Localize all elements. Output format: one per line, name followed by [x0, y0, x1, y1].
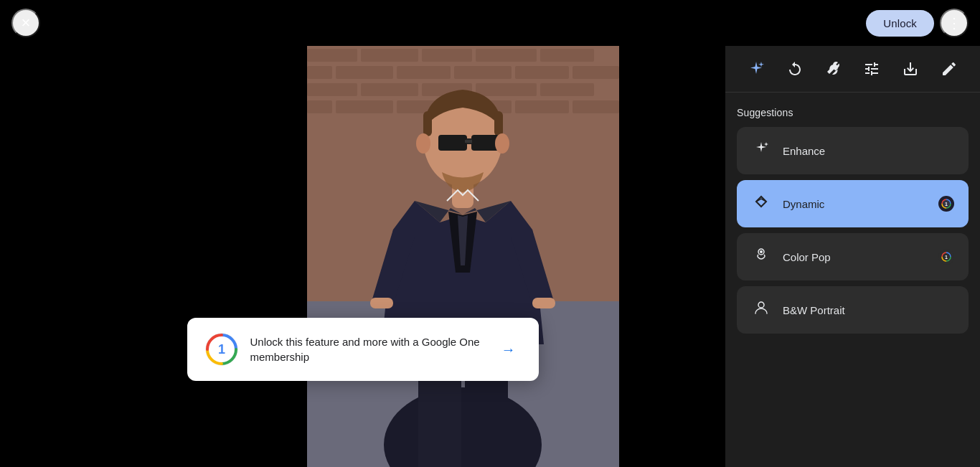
export-toolbar-icon[interactable] [896, 55, 925, 83]
color-pop-label: Color Pop [783, 251, 927, 263]
svg-rect-19 [307, 66, 332, 79]
suggestions-label: Suggestions [737, 107, 969, 118]
color-pop-badge: 1 [938, 249, 954, 265]
svg-rect-24 [573, 66, 619, 79]
tools-toolbar-icon[interactable] [819, 55, 848, 83]
svg-rect-17 [476, 49, 537, 62]
svg-rect-15 [361, 49, 418, 62]
svg-rect-41 [532, 298, 555, 308]
svg-rect-40 [370, 298, 393, 308]
svg-rect-16 [422, 49, 472, 62]
suggestions-section: Suggestions Enhance [725, 93, 980, 348]
more-options-button[interactable]: ⋮ [940, 9, 969, 37]
svg-rect-14 [307, 49, 357, 62]
photo-container [307, 0, 619, 467]
photo-area: 1 Unlock this feature and more with a Go… [0, 0, 725, 467]
tune-toolbar-icon[interactable] [857, 55, 886, 83]
svg-point-60 [758, 302, 764, 308]
right-panel: Suggestions Enhance [725, 0, 980, 467]
top-bar-actions: Unlock ⋮ [866, 9, 969, 37]
enhance-label: Enhance [783, 145, 954, 157]
google-one-logo: 1 [204, 332, 239, 367]
svg-text:1: 1 [945, 255, 948, 260]
svg-rect-31 [336, 100, 393, 113]
suggestion-item-bw-portrait[interactable]: B&W Portrait [737, 286, 969, 334]
svg-point-58 [760, 250, 763, 253]
suggestion-item-enhance[interactable]: Enhance [737, 127, 969, 174]
top-bar: × Unlock ⋮ [0, 0, 980, 46]
markup-toolbar-icon[interactable] [935, 55, 963, 83]
svg-rect-18 [540, 49, 594, 62]
svg-rect-20 [336, 66, 393, 79]
dynamic-badge: 1 [938, 196, 954, 212]
dynamic-icon [751, 193, 771, 214]
close-button[interactable]: × [11, 9, 40, 37]
rotate-toolbar-icon[interactable] [781, 55, 809, 83]
enhance-icon [751, 140, 771, 161]
svg-text:1: 1 [217, 342, 225, 357]
svg-rect-45 [494, 111, 503, 136]
svg-rect-28 [476, 83, 537, 96]
svg-text:1: 1 [945, 202, 948, 207]
svg-rect-26 [361, 83, 418, 96]
google-one-arrow-button[interactable]: → [496, 336, 522, 362]
svg-rect-22 [454, 66, 512, 79]
photo-image [307, 0, 619, 467]
google-one-popup[interactable]: 1 Unlock this feature and more with a Go… [187, 318, 539, 381]
svg-point-50 [416, 133, 430, 154]
icon-toolbar [725, 46, 980, 93]
svg-rect-46 [438, 135, 467, 151]
main-content: 1 Unlock this feature and more with a Go… [0, 0, 980, 467]
svg-point-51 [495, 133, 509, 154]
bw-portrait-icon [751, 299, 771, 321]
suggestions-toolbar-icon[interactable] [742, 55, 771, 83]
svg-rect-35 [573, 100, 619, 113]
color-pop-icon [751, 246, 771, 268]
suggestion-item-dynamic[interactable]: Dynamic 1 [737, 180, 969, 227]
svg-rect-21 [397, 66, 451, 79]
google-one-popup-text: Unlock this feature and more with a Goog… [250, 334, 484, 364]
svg-rect-23 [515, 66, 569, 79]
svg-rect-49 [465, 140, 472, 143]
bw-portrait-label: B&W Portrait [783, 304, 954, 316]
svg-rect-25 [307, 83, 357, 96]
suggestion-item-color-pop[interactable]: Color Pop 1 [737, 233, 969, 280]
svg-rect-34 [515, 100, 569, 113]
svg-rect-44 [423, 111, 432, 136]
svg-rect-29 [540, 83, 594, 96]
svg-rect-30 [307, 100, 332, 113]
dynamic-label: Dynamic [783, 198, 927, 210]
unlock-button[interactable]: Unlock [866, 10, 934, 37]
